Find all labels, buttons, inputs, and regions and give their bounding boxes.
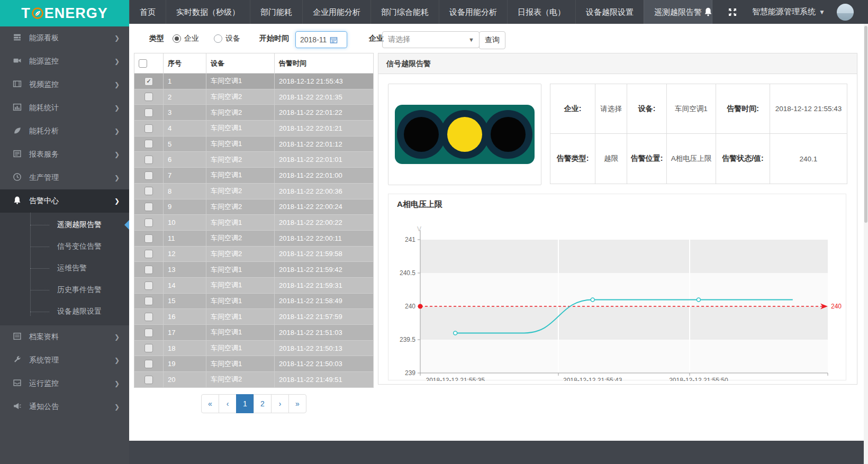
nav-dept-comprehensive[interactable]: 部门综合能耗 [370,0,439,24]
user-avatar[interactable] [837,4,854,21]
scrollbar-thumb[interactable] [864,26,867,223]
sidebar-item-report-service[interactable]: 报表服务❯ [0,143,129,166]
page-last-button[interactable]: » [288,394,306,413]
nav-enterprise-analysis[interactable]: 企业用能分析 [302,0,370,24]
table-row[interactable]: 17车间空调12018-11-22 21:51:03 [134,325,374,341]
sidebar-item-energy-statistics[interactable]: 能耗统计❯ [0,96,129,120]
sidebar-item-energy-dashboard[interactable]: 能源看板❯ [0,26,129,50]
sidebar-item-production-management[interactable]: 生产管理❯ [0,166,129,189]
select-all-checkbox[interactable] [139,59,147,68]
sidebar-item-device-limit-settings[interactable]: 设备越限设置 [0,301,129,322]
row-checkbox[interactable] [144,108,153,117]
table-row[interactable]: 13车间空调12018-11-22 21:59:42 [134,262,374,278]
row-alarm-time: 2018-11-22 21:59:42 [275,262,374,278]
app-root: 首页 实时数据（秒级） 部门能耗 企业用能分析 部门综合能耗 设备用能分析 日报… [0,0,868,464]
row-checkbox[interactable] [144,203,153,211]
table-row[interactable]: 8车间空调22018-11-22 22:00:36 [134,183,374,199]
row-checkbox[interactable] [144,156,153,164]
enterprise-select[interactable]: 请选择 ▼ [382,31,480,48]
chevron-down-icon: ❯ [114,403,120,411]
row-checkbox[interactable] [144,234,153,243]
nav-telemetry-limit-alarm[interactable]: 遥测越限告警 [644,0,712,24]
sidebar-item-archives[interactable]: 档案资料❯ [0,325,129,349]
info-device-value: 车间空调1 [667,84,716,134]
radio-device[interactable]: 设备 [214,34,240,43]
row-checkbox[interactable] [144,313,153,321]
row-checkbox[interactable] [144,250,153,258]
start-time-input[interactable]: 2018-11 [295,31,347,48]
row-checkbox[interactable] [144,171,153,180]
page-first-button[interactable]: « [201,394,219,413]
row-checkbox[interactable] [144,124,153,133]
svg-text:240: 240 [831,303,842,310]
page-2-button[interactable]: 2 [254,394,272,413]
table-row[interactable]: 6车间空调22018-11-22 22:01:01 [134,152,374,168]
nav-daily-report[interactable]: 日报表（电） [507,0,575,24]
notification-bell-icon[interactable] [703,7,713,17]
sidebar-item-video-monitoring[interactable]: 视频监控❯ [0,73,129,96]
sidebar-item-alarm-center[interactable]: 告警中心❯ [0,189,129,213]
table-row[interactable]: 18车间空调12018-11-22 21:50:13 [134,340,374,356]
page-1-button[interactable]: 1 [236,394,254,413]
chevron-down-icon: ❯ [114,104,120,112]
nav-realtime-data[interactable]: 实时数据（秒级） [166,0,250,24]
table-row[interactable]: 5车间空调12018-11-22 22:01:12 [134,136,374,152]
row-device: 车间空调1 [206,325,275,341]
sidebar-item-energy-monitoring[interactable]: 能源监控❯ [0,50,129,73]
type-label: 类型 [149,34,164,43]
table-row[interactable]: 4车间空调12018-11-22 22:01:21 [134,121,374,137]
row-checkbox[interactable] [144,219,153,227]
calendar-icon[interactable] [330,36,338,44]
table-row[interactable]: 20车间空调22018-11-22 21:49:51 [134,372,374,388]
row-checkbox[interactable]: ✓ [144,77,153,86]
row-checkbox[interactable] [144,360,153,368]
page-prev-button[interactable]: ‹ [219,394,237,413]
row-checkbox[interactable] [144,376,153,384]
traffic-lamp-ring [484,110,532,159]
row-checkbox[interactable] [144,297,153,305]
table-row[interactable]: 16车间空调12018-11-22 21:57:59 [134,309,374,325]
header-device: 设备 [206,53,275,74]
table-row[interactable]: 7车间空调12018-11-22 22:01:00 [134,168,374,184]
table-row[interactable]: 19车间空调12018-11-22 21:50:03 [134,356,374,372]
sidebar-item-telemetry-limit-alarm[interactable]: 遥测越限告警 [0,214,129,235]
page-scrollbar[interactable] [864,24,868,464]
sidebar-item-ops-alarm[interactable]: 运维告警 [0,257,129,279]
row-device: 车间空调1 [206,74,275,89]
nav-device-limit-settings[interactable]: 设备越限设置 [575,0,644,24]
row-checkbox[interactable] [144,140,153,148]
traffic-light-housing [395,105,535,164]
fullscreen-icon[interactable] [728,7,737,17]
radio-enterprise[interactable]: 企业 [173,34,199,43]
table-row[interactable]: 12车间空调22018-11-22 21:59:58 [134,246,374,262]
row-checkbox[interactable] [144,344,153,352]
page-next-button[interactable]: › [271,394,289,413]
nav-home[interactable]: 首页 [129,0,166,24]
query-button[interactable]: 查询 [479,31,505,49]
table-row[interactable]: 3车间空调22018-11-22 22:01:22 [134,105,374,121]
table-row[interactable]: 10车间空调12018-11-22 22:00:22 [134,215,374,231]
table-row[interactable]: 14车间空调12018-11-22 21:59:31 [134,277,374,293]
table-row[interactable]: 15车间空调12018-11-22 21:58:49 [134,293,374,309]
sidebar-item-system-management[interactable]: 系统管理❯ [0,349,129,372]
wrench-icon [13,355,22,366]
row-checkbox[interactable] [144,93,153,101]
row-checkbox[interactable] [144,329,153,337]
nav-dept-energy[interactable]: 部门能耗 [250,0,302,24]
table-row[interactable]: 9车间空调22018-11-22 22:00:24 [134,199,374,215]
row-checkbox[interactable] [144,281,153,290]
sidebar-item-history-event-alarm[interactable]: 历史事件告警 [0,279,129,301]
system-name-menu[interactable]: 智慧能源管理系统 [752,7,816,17]
table-row[interactable]: ✓1车间空调12018-12-12 21:55:43 [134,74,374,89]
table-row[interactable]: 2车间空调22018-11-22 22:01:35 [134,89,374,105]
sidebar-item-notices[interactable]: 通知公告❯ [0,395,129,418]
row-checkbox[interactable] [144,266,153,274]
sidebar-item-signal-change-alarm[interactable]: 信号变位告警 [0,235,129,257]
sidebar-item-operation-monitoring[interactable]: 运行监控❯ [0,372,129,395]
row-checkbox[interactable] [144,187,153,195]
nav-device-analysis[interactable]: 设备用能分析 [439,0,507,24]
bar-chart-icon [13,103,22,113]
sidebar-item-energy-analysis[interactable]: 能耗分析❯ [0,120,129,143]
chevron-down-icon[interactable]: ▼ [819,8,825,16]
table-row[interactable]: 11车间空调22018-11-22 22:00:11 [134,230,374,246]
